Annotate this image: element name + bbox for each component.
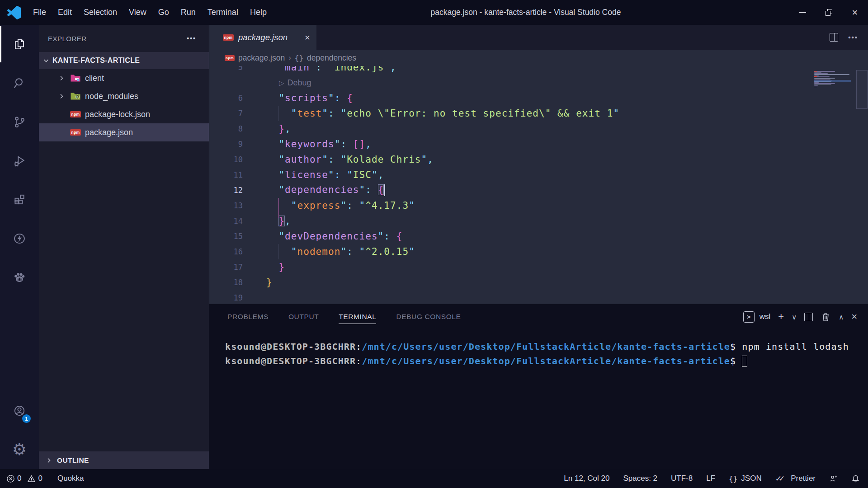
split-editor-icon[interactable] [830,33,838,42]
error-icon [6,474,15,483]
tree-item-label: package.json [85,128,133,137]
menu-terminal[interactable]: Terminal [202,0,244,25]
indentation[interactable]: Spaces: 2 [623,474,657,483]
title-bar: FileEditSelectionViewGoRunTerminalHelp p… [0,0,868,25]
panel-tab-debug-console[interactable]: DEBUG CONSOLE [396,310,461,324]
window-title: package.json - kante-facts-article - Vis… [431,8,621,17]
new-terminal-icon[interactable]: + [778,312,784,322]
code-text: }, [243,123,291,134]
account-badge: 1 [22,414,31,423]
menu-run[interactable]: Run [175,0,202,25]
menu-go[interactable]: Go [152,0,175,25]
settings-gear-icon[interactable]: ⚙ [0,430,39,469]
tab-close-icon[interactable]: × [305,33,310,42]
code-text: "license": "ISC", [243,169,384,180]
chevron-right-icon [58,75,65,82]
scrollbar-slider[interactable] [856,70,868,109]
quokka-icon[interactable] [0,219,39,258]
menu-help[interactable]: Help [244,0,273,25]
sidebar-header: EXPLORER ••• [39,25,209,52]
split-terminal-icon[interactable] [804,313,813,321]
code-editor[interactable]: 5 "main": "index.js",▷Debug6 "scripts": … [209,66,868,304]
code-line-13: 13 "express": "^4.17.3" [209,198,868,213]
npm-icon: npm [223,34,234,41]
code-text: "devDependencies": { [243,231,402,242]
close-icon: × [852,8,858,18]
eol-sequence[interactable]: LF [706,474,715,483]
search-icon[interactable] [0,64,39,103]
panel-tab-output[interactable]: OUTPUT [288,310,319,324]
menu-edit[interactable]: Edit [52,0,78,25]
tab-label: package.json [238,33,288,42]
code-text: "express": "^4.17.3" [243,200,415,211]
window-controls: × [789,0,868,25]
project-name: KANTE-FACTS-ARTICLE [52,56,140,65]
kill-terminal-icon[interactable] [821,312,831,322]
menu-view[interactable]: View [123,0,152,25]
code-text: "keywords": [], [243,139,372,150]
error-count: 0 [17,474,21,483]
line-number: 13 [209,201,243,210]
breadcrumb-symbol[interactable]: dependencies [307,53,356,63]
codelens-debug-link[interactable]: ▷Debug [243,78,311,88]
npm-icon: npm [225,55,235,61]
indent-guide [278,106,279,121]
terminal-line: ksound@DESKTOP-3BGCHRR:/mnt/c/Users/user… [225,341,868,356]
code-line-7: 7 "test": "echo \"Error: no test specifi… [209,106,868,121]
explorer-sidebar: EXPLORER ••• KANTE-FACTS-ARTICLE clientJ… [39,25,209,469]
account-icon[interactable]: 1 [0,391,39,430]
minimap-decoration [814,76,817,77]
notifications-bell-icon[interactable] [851,474,860,483]
extensions-icon[interactable] [0,180,39,219]
code-lines: 5 "main": "index.js",▷Debug6 "scripts": … [209,66,868,304]
svg-text:JS: JS [76,95,79,99]
problems-status[interactable]: 0 0 [6,474,42,483]
menu-selection[interactable]: Selection [78,0,123,25]
quokka-status[interactable]: Quokka [57,474,84,483]
sidebar-header-label: EXPLORER [48,35,87,42]
tree-item-node_modules[interactable]: JSnode_modules [39,87,209,105]
code-line-8: 8 }, [209,121,868,136]
restore-button[interactable] [816,0,842,25]
minimap[interactable] [814,71,851,88]
double-check-icon: ✓✓ [775,474,782,483]
outline-section-header[interactable]: OUTLINE [39,451,209,469]
line-number: 15 [209,232,243,241]
menu-file[interactable]: File [27,0,52,25]
chevron-right-icon [45,457,52,464]
line-number: 7 [209,109,243,118]
code-text: } [243,262,285,272]
breadcrumb-file[interactable]: package.json [238,53,285,63]
explorer-icon[interactable] [0,25,39,64]
editor-pane: npm package.json × ••• npm package.json … [209,25,868,469]
editor-actions: ••• [830,25,858,50]
cursor-position[interactable]: Ln 12, Col 20 [564,474,609,483]
terminal-dropdown-icon[interactable]: ∨ [792,314,797,320]
close-button[interactable]: × [842,0,868,25]
encoding[interactable]: UTF-8 [671,474,693,483]
minimize-button[interactable] [789,0,816,25]
symbol-object-icon: {} [295,54,303,62]
terminal-shell-icon: > [743,311,755,323]
project-section-header[interactable]: KANTE-FACTS-ARTICLE [39,52,209,69]
panel-tab-terminal[interactable]: TERMINAL [339,310,376,324]
language-mode[interactable]: {} JSON [729,474,762,483]
feedback-icon[interactable] [829,474,838,483]
editor-more-actions-icon[interactable]: ••• [848,33,858,41]
code-line-17: 17 } [209,259,868,275]
tree-item-package-lock.json[interactable]: npmpackage-lock.json [39,105,209,123]
run-and-debug-icon[interactable] [0,141,39,180]
tab-package-json[interactable]: npm package.json × [209,25,316,50]
close-panel-icon[interactable]: × [851,312,857,322]
baidu-paw-icon[interactable] [0,258,39,297]
tree-item-package.json[interactable]: npmpackage.json [39,123,209,141]
tree-item-label: node_modules [85,92,138,101]
formatter-status[interactable]: ✓✓ Prettier [775,474,816,483]
npm-icon: npm [70,109,81,119]
source-control-icon[interactable] [0,103,39,141]
tree-item-client[interactable]: client [39,69,209,87]
terminal-output[interactable]: ksound@DESKTOP-3BGCHRR:/mnt/c/Users/user… [209,329,868,370]
more-actions-icon[interactable]: ••• [187,35,196,42]
panel-tab-problems[interactable]: PROBLEMS [227,310,269,324]
maximize-panel-icon[interactable]: ∧ [839,314,844,320]
